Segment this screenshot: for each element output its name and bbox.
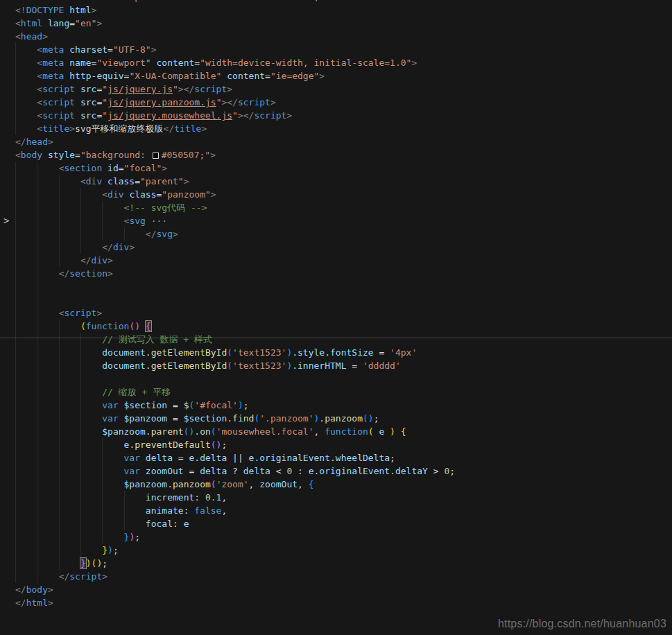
code-line[interactable]: <div class="parent"> [15,175,455,188]
code-line[interactable]: e.preventDefault(); [15,438,455,451]
code-token: zoomOut [259,479,298,489]
fold-collapsed-icon[interactable]: > [3,214,14,227]
code-line[interactable]: }); [15,543,455,557]
code-token: meta [42,44,64,55]
indent-guide [37,254,37,267]
code-token: function [325,426,368,437]
code-line[interactable]: document.getElementById('text1523').styl… [15,346,455,359]
indent-guide [15,543,16,557]
indent-guide [102,530,103,543]
code-token: "focal" [124,163,162,173]
code-line[interactable]: <body style="background: #050507;"> [15,148,455,162]
code-token: > [48,598,53,608]
indent-guide [37,162,37,175]
code-line[interactable]: </head> [15,135,455,148]
code-line[interactable]: $panzoom.parent().on('mousewheel.focal',… [15,425,455,438]
code-line[interactable]: // 缩放 + 平移 [15,385,455,399]
code-line[interactable]: var zoomOut = delta ? delta < 0 : e.orig… [15,464,455,478]
code-line[interactable]: <div class="panzoom"> [15,188,455,201]
code-line[interactable]: </body> [15,583,455,596]
indent-guide [37,438,37,451]
code-line[interactable]: <script src="js/jquery.panzoom.js"></scr… [15,96,455,109]
code-line[interactable]: // 测试写入 数据 + 样式 [15,333,455,346]
code-token: > [319,71,325,81]
indent-guide [15,451,16,464]
indent-guide [37,214,37,227]
code-line[interactable]: (function() { [15,320,455,333]
code-line[interactable]: <script> [15,306,455,320]
code-area[interactable]: <meta name="viewport" content="width=dev… [15,0,455,609]
code-token: < [37,44,42,55]
code-token: 'zoom' [216,479,249,489]
indent-guide [59,557,60,570]
code-line[interactable]: <html lang="en"> [15,17,455,30]
code-token: < [80,176,86,186]
code-token: "viewport" [107,0,162,2]
code-line[interactable]: <meta http-equiv="X-UA-Compatible" conte… [15,69,455,82]
code-token: () [129,321,140,331]
code-token: DOCTYPE [26,5,64,15]
code-token: < [37,123,42,134]
code-token: } [102,545,107,555]
code-token [140,466,146,476]
code-token [15,532,124,542]
code-line[interactable]: <section id="focal"> [15,162,455,175]
code-token: ( [368,426,374,437]
indent-guide [37,385,37,399]
indent-guide [37,306,37,320]
code-token: ( [227,360,232,371]
code-line[interactable] [15,293,455,306]
indent-guide [80,359,81,372]
code-line[interactable]: $panzoom.panzoom('zoom', zoomOut, { [15,478,455,491]
indent-guide [15,570,16,583]
code-token: " [102,84,107,94]
code-line[interactable] [15,372,455,385]
code-line[interactable]: animate: false, [15,504,455,517]
code-line[interactable]: <meta charset="UTF-8"> [15,43,455,56]
code-line[interactable]: <script src="js/jquery.js"></script> [15,82,455,96]
indent-guide [15,69,16,82]
code-token [15,123,37,134]
code-line[interactable]: </div> [15,241,455,254]
code-token [75,97,80,107]
code-line[interactable]: })(); [15,557,455,570]
indent-guide [15,241,16,254]
code-token: src [80,97,96,107]
css-color-swatch[interactable] [153,153,159,159]
code-token: html [69,5,91,15]
code-token: > [92,5,97,15]
code-line[interactable]: <!DOCTYPE html> [15,3,455,17]
code-line[interactable]: <meta name="viewport" content="width=dev… [15,56,455,69]
code-line[interactable]: increment: 0.1, [15,491,455,504]
code-token: ; [243,400,249,410]
code-line[interactable]: focal: e [15,517,455,530]
code-line[interactable]: var delta = e.delta || e.originalEvent.w… [15,451,455,464]
code-line[interactable]: </section> [15,267,455,280]
code-token: () [363,413,374,424]
code-token: ></ [221,97,237,107]
code-line[interactable]: <head> [15,30,455,43]
code-token: svg [129,216,145,226]
code-token: " [173,84,178,94]
indent-guide [59,399,60,412]
code-line[interactable]: <!-- svg代码 --> [15,201,455,214]
indent-guide [59,464,60,478]
code-line[interactable]: <script src="js/jquery.mousewheel.js"></… [15,109,455,122]
indent-guide [37,188,37,201]
code-token: delta [200,466,227,476]
code-line[interactable]: document.getElementById('text1523').inne… [15,359,455,372]
indent-guide [102,517,103,530]
code-line[interactable]: </svg> [15,227,455,241]
code-line[interactable]: }); [15,530,455,543]
code-line[interactable]: var $section = $('#focal'); [15,399,455,412]
code-line[interactable]: </div> [15,254,455,267]
code-line[interactable]: </script> [15,570,455,583]
code-token: 'text1523' [232,347,286,358]
code-line[interactable]: </html> [15,596,455,609]
code-line[interactable] [15,280,455,293]
code-line[interactable]: var $panzoom = $section.find('.panzoom')… [15,412,455,425]
code-token: head [21,31,42,42]
code-line[interactable]: <title>svg平移和缩放终极版</title> [15,122,455,135]
indent-guide [37,557,37,570]
code-line[interactable]: <svg ··· [15,214,455,227]
